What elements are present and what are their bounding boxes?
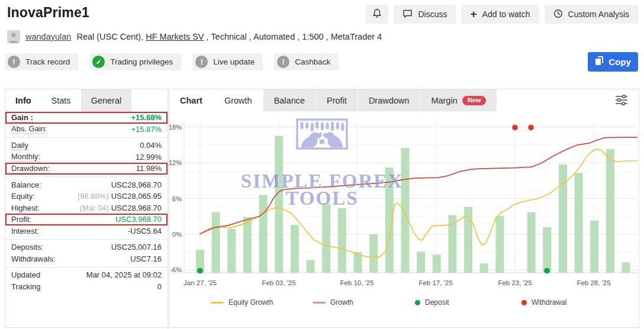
daily-bar[interactable] bbox=[575, 173, 583, 273]
tab-stats[interactable]: Stats bbox=[41, 89, 81, 112]
chart-tab-label: Chart bbox=[180, 96, 202, 105]
daily-bar[interactable] bbox=[559, 164, 567, 273]
y-tick-label: 12% bbox=[169, 159, 182, 166]
stat-value: (Mar 04)USC28,968.70 bbox=[80, 204, 162, 212]
daily-bar[interactable] bbox=[338, 208, 346, 273]
legend-item-equity-growth[interactable]: Equity Growth bbox=[211, 298, 273, 307]
stat-label: Abs. Gain: bbox=[11, 124, 47, 134]
add-to-watch-button[interactable]: Add to watch bbox=[461, 5, 539, 24]
stat-value-prefix: (96.88%) bbox=[78, 192, 109, 201]
stat-value: (96.88%)USC28,065.95 bbox=[78, 192, 162, 201]
stat-label: Deposits: bbox=[11, 243, 43, 251]
daily-bar[interactable] bbox=[480, 263, 488, 273]
legend-dot-swatch bbox=[415, 300, 420, 305]
x-axis-label: Jan 27, '25 bbox=[173, 279, 227, 286]
stat-value: USC28,968.70 bbox=[111, 180, 162, 189]
stats-card: InfoStatsGeneral Gain :+15.88%Abs. Gain:… bbox=[5, 89, 168, 328]
daily-bar[interactable] bbox=[433, 254, 441, 273]
daily-bar[interactable] bbox=[275, 136, 283, 273]
new-badge: New bbox=[462, 96, 487, 105]
stat-row: Abs. Gain:+15.87% bbox=[5, 124, 168, 136]
tab-info[interactable]: Info bbox=[5, 89, 41, 112]
daily-bar[interactable] bbox=[291, 225, 299, 273]
daily-bar[interactable] bbox=[307, 260, 315, 273]
daily-bar[interactable] bbox=[527, 212, 536, 273]
notifications-button[interactable] bbox=[366, 5, 388, 24]
x-axis-labels: Jan 27, '25Feb 03, '25Feb 10, '25Feb 17,… bbox=[169, 279, 639, 289]
badge-track-record[interactable]: Track record bbox=[5, 53, 78, 70]
withdrawal-marker[interactable] bbox=[512, 125, 518, 131]
badge-trading-privileges[interactable]: Trading privileges bbox=[89, 53, 181, 70]
daily-bar[interactable] bbox=[417, 251, 425, 273]
legend-item-deposit[interactable]: Deposit bbox=[415, 298, 449, 307]
stat-row: UpdatedMar 04, 2025 at 09:02 bbox=[5, 269, 168, 281]
badge-live-update[interactable]: Live update bbox=[192, 53, 263, 70]
chart-tab-profit[interactable]: Profit bbox=[316, 89, 358, 111]
daily-bar[interactable] bbox=[259, 195, 268, 273]
daily-bar[interactable] bbox=[590, 221, 598, 273]
daily-bar[interactable] bbox=[401, 148, 409, 273]
broker-link[interactable]: HF Markets SV bbox=[146, 32, 204, 41]
tab-general[interactable]: General bbox=[81, 89, 132, 112]
chart-tab-chart[interactable]: Chart bbox=[169, 89, 213, 111]
daily-bar[interactable] bbox=[212, 212, 220, 273]
chart-tab-label: Growth bbox=[224, 96, 252, 105]
daily-bar[interactable] bbox=[495, 216, 504, 273]
daily-bar[interactable] bbox=[622, 262, 630, 273]
stat-row: Equity:(96.88%)USC28,065.95 bbox=[5, 191, 168, 202]
plus-icon bbox=[470, 9, 476, 20]
legend-item-growth[interactable]: Growth bbox=[313, 298, 353, 307]
stat-row: Deposits:USC25,007.16 bbox=[5, 241, 168, 253]
growth-chart-plot[interactable]: 18%12%6%0%-6% bbox=[169, 113, 639, 288]
stat-label: Profit: bbox=[11, 215, 31, 224]
badge-label: Trading privileges bbox=[110, 57, 173, 66]
exclamation-circle-icon bbox=[8, 56, 20, 68]
chart-tabs: ChartGrowthBalanceProfitDrawdownMarginNe… bbox=[169, 89, 497, 111]
stat-value-prefix: (Mar 04) bbox=[80, 204, 109, 212]
chart-tab-margin[interactable]: MarginNew bbox=[420, 89, 497, 111]
deposit-marker[interactable] bbox=[544, 268, 550, 274]
discuss-button[interactable]: Discuss bbox=[394, 5, 456, 24]
badge-label: Cashback bbox=[295, 57, 330, 66]
chat-bubble-icon bbox=[402, 9, 413, 20]
custom-analysis-label: Custom Analysis bbox=[568, 9, 629, 19]
daily-bar[interactable] bbox=[243, 217, 252, 273]
legend-item-withdrawal[interactable]: Withdrawal bbox=[521, 298, 566, 307]
legend-line-swatch bbox=[313, 302, 326, 304]
daily-bar[interactable] bbox=[606, 149, 614, 273]
copy-button[interactable]: Copy bbox=[588, 52, 638, 72]
badge-label: Track record bbox=[25, 57, 70, 66]
daily-bar[interactable] bbox=[227, 229, 236, 273]
chart-tab-label: Profit bbox=[327, 96, 347, 105]
withdrawal-marker[interactable] bbox=[528, 125, 534, 131]
legend-label: Withdrawal bbox=[532, 298, 566, 307]
daily-bar[interactable] bbox=[543, 227, 551, 273]
user-link[interactable]: wandayulan bbox=[25, 32, 71, 41]
chart-card: ChartGrowthBalanceProfitDrawdownMarginNe… bbox=[169, 89, 639, 328]
chart-tab-growth[interactable]: Growth bbox=[214, 89, 263, 111]
daily-bar[interactable] bbox=[369, 234, 378, 273]
stat-value: 0 bbox=[157, 282, 162, 291]
x-axis-label: Feb 28, '25 bbox=[567, 279, 620, 286]
stat-label: Updated bbox=[11, 270, 40, 279]
chart-settings-button[interactable] bbox=[611, 92, 632, 109]
account-meta-right: , Technical , Automated , 1:500 , MetaTr… bbox=[204, 32, 382, 41]
custom-analysis-button[interactable]: Custom Analysis bbox=[545, 5, 638, 24]
copy-icon bbox=[595, 56, 604, 67]
divider bbox=[5, 267, 168, 267]
x-axis-label: Feb 17, '25 bbox=[409, 279, 462, 286]
badge-cashback[interactable]: Cashback bbox=[274, 53, 339, 70]
y-tick-label: 18% bbox=[169, 124, 182, 131]
stat-row: Balance:USC28,968.70 bbox=[5, 179, 168, 191]
chart-tab-balance[interactable]: Balance bbox=[263, 89, 315, 111]
top-actions: Discuss Add to watch Custom Analysis bbox=[366, 5, 638, 24]
x-axis-label: Feb 23, '25 bbox=[488, 279, 542, 286]
stats-card-tabs: InfoStatsGeneral bbox=[5, 89, 168, 112]
stat-label: Gain : bbox=[11, 113, 33, 122]
check-circle-icon bbox=[92, 56, 105, 68]
chart-tab-drawdown[interactable]: Drawdown bbox=[358, 89, 420, 111]
daily-bar[interactable] bbox=[322, 204, 330, 273]
sliders-icon bbox=[614, 94, 629, 108]
add-to-watch-label: Add to watch bbox=[482, 9, 530, 19]
deposit-marker[interactable] bbox=[197, 268, 203, 274]
